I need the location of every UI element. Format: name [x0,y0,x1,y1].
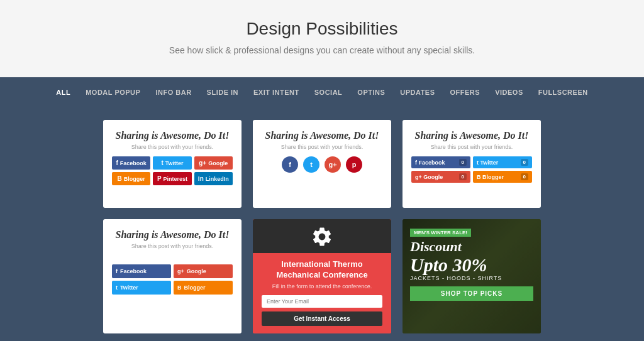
card4-google-btn[interactable]: g+ Google [174,264,233,278]
conference-subtitle: Fill in the form to attend the conferenc… [262,283,382,290]
conf-body: International Thermo Mechanical Conferen… [253,253,391,333]
card-4: Sharing is Awesome, Do It! Share this po… [103,219,242,333]
card-1: Sharing is Awesome, Do It! Share this po… [103,120,242,208]
card2-twitter-circle[interactable]: t [303,156,319,173]
cards-row-1: Sharing is Awesome, Do It! Share this po… [50,120,594,208]
card-1-buttons: f Facebook t Twitter g+ Google [112,156,233,185]
nav-item-all[interactable]: All [50,86,77,99]
cards-section: Sharing is Awesome, Do It! Share this po… [0,107,644,341]
card-3-buttons: f Facebook 0 t Twitter 0 g+ Google 0 [411,156,532,183]
discount-badge: MEN'S WINTER SALE! [410,229,471,237]
card-4-title: Sharing is Awesome, Do It! [112,229,233,241]
card3-google-btn[interactable]: g+ Google 0 [411,171,470,183]
nav-item-optins[interactable]: OPTINS [351,86,391,99]
page-subtitle: See how slick & professional designs you… [13,45,631,55]
discount-sub: JACKETS - HOODS - SHIRTS [410,275,533,281]
card1-linkedin-btn[interactable]: in LinkedIn [194,172,233,185]
card-2: Sharing is Awesome, Do It! Share this po… [253,120,391,208]
nav-item-videos[interactable]: VIDEOS [489,86,530,99]
nav-item-info-bar[interactable]: INFO BAR [149,86,197,99]
card-2-title: Sharing is Awesome, Do It! [262,130,382,141]
nav-item-exit-intent[interactable]: EXIT INTENT [247,86,306,99]
nav-item-social[interactable]: SOCIAL [308,86,349,99]
nav-item-modal-popup[interactable]: MODAL POPUP [79,86,147,99]
card3-facebook-btn[interactable]: f Facebook 0 [411,156,470,168]
card2-pinterest-circle[interactable]: p [346,156,362,173]
card3-twitter-btn[interactable]: t Twitter 0 [473,156,532,168]
card1-google-btn[interactable]: g+ Google [194,156,233,170]
card2-google-circle[interactable]: g+ [325,156,341,173]
page-title: Design Possibilities [13,19,631,39]
card-3-title: Sharing is Awesome, Do It! [411,130,532,141]
discount-shop-btn[interactable]: SHOP TOP PICKS [410,286,533,301]
card4-blogger-btn[interactable]: B Blogger [174,281,233,295]
nav-bar: All MODAL POPUP INFO BAR SLIDE IN EXIT I… [0,77,644,107]
nav-item-updates[interactable]: UPDATES [394,86,441,99]
card1-blogger-btn[interactable]: B Blogger [112,172,150,185]
card1-pinterest-btn[interactable]: P Pinterest [153,172,191,185]
conference-title: International Thermo Mechanical Conferen… [262,259,382,281]
conf-top-bar [253,219,391,253]
card3-blogger-btn[interactable]: B Blogger 0 [473,171,532,183]
card-3: Sharing is Awesome, Do It! Share this po… [402,120,541,208]
header-section: Design Possibilities See how slick & pro… [0,0,644,77]
card-5-conference: International Thermo Mechanical Conferen… [253,219,391,333]
card2-facebook-circle[interactable]: f [282,156,298,173]
nav-item-offers[interactable]: OFFERS [444,86,487,99]
card4-facebook-btn[interactable]: f Facebook [112,264,171,278]
card-3-subtitle: Share this post with your friends. [411,144,532,150]
gear-icon [311,225,333,248]
card1-facebook-btn[interactable]: f Facebook [112,156,150,170]
cards-row-2: Sharing is Awesome, Do It! Share this po… [50,219,594,333]
card-6-discount: MEN'S WINTER SALE! Discount Upto 30% JAC… [402,219,541,333]
nav-section: All MODAL POPUP INFO BAR SLIDE IN EXIT I… [0,77,644,107]
card4-twitter-btn[interactable]: t Twitter [112,281,171,295]
card-2-subtitle: Share this post with your friends. [262,144,382,150]
card1-twitter-btn[interactable]: t Twitter [153,156,191,170]
card-1-title: Sharing is Awesome, Do It! [112,130,233,141]
card-4-subtitle: Share this post with your friends. [112,243,233,249]
conference-email-input[interactable] [262,295,382,308]
card-1-subtitle: Share this post with your friends. [112,144,233,150]
nav-item-slide-in[interactable]: SLIDE IN [201,86,245,99]
discount-title-line1: Discount Upto 30% [410,239,533,275]
card-2-social-icons: f t g+ p [262,156,382,173]
discount-content: MEN'S WINTER SALE! Discount Upto 30% JAC… [402,219,541,333]
nav-item-fullscreen[interactable]: FULLSCREEN [532,86,594,99]
conference-access-btn[interactable]: Get Instant Access [262,311,382,326]
